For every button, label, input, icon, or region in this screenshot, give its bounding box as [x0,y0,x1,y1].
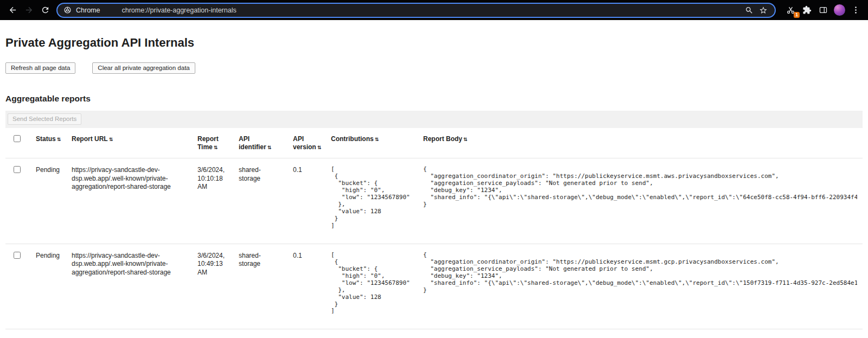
side-panel-icon[interactable] [815,2,831,18]
select-all-checkbox[interactable] [14,135,21,142]
cell-api-identifier: shared-storage [233,158,288,244]
cell-report-body: { "aggregation_coordinator_origin": "htt… [418,158,863,244]
search-icon[interactable] [742,3,756,17]
report-body-json: { "aggregation_coordinator_origin": "htt… [423,252,857,294]
profile-avatar[interactable] [831,2,847,18]
chrome-logo-icon [63,6,72,14]
send-selected-reports-button[interactable]: Send Selected Reports [8,113,81,125]
cell-api-version: 0.1 [288,158,326,244]
sort-icon: ⇅ [463,137,468,142]
cell-contributions: [ { "bucket": { "high": "0", "low": "123… [326,158,418,244]
cell-status: Pending [30,244,66,329]
cell-report-url: https://privacy-sandcastle-dev-dsp.web.a… [66,158,192,244]
report-row: Pending https://privacy-sandcastle-dev-d… [5,158,863,244]
extension-action-icon[interactable]: 1 [782,2,799,18]
url-text: chrome://private-aggregation-internals [122,7,236,14]
browser-toolbar: Chrome chrome://private-aggregation-inte… [0,0,868,20]
row-checkbox[interactable] [14,252,21,259]
cell-status: Pending [30,158,66,244]
header-contributions[interactable]: Contributions⇅ [326,128,418,158]
sort-icon: ⇅ [317,145,322,150]
back-icon[interactable] [4,2,21,18]
header-api-identifier[interactable]: API identifier⇅ [233,128,288,158]
clear-all-private-aggregation-data-button[interactable]: Clear all private aggregation data [92,62,195,74]
sort-icon: ⇅ [57,137,61,142]
sort-icon: ⇅ [267,145,272,150]
table-header-row: Status⇅ Report URL⇅ Report Time⇅ API ide… [5,128,863,158]
extensions-puzzle-icon[interactable] [799,2,815,18]
report-body-json: { "aggregation_coordinator_origin": "htt… [423,166,857,208]
sort-icon: ⇅ [214,145,218,150]
reports-table: Status⇅ Report URL⇅ Report Time⇅ API ide… [5,128,863,329]
cell-report-body: { "aggregation_coordinator_origin": "htt… [418,244,863,329]
reload-icon[interactable] [37,2,53,18]
refresh-all-page-data-button[interactable]: Refresh all page data [5,62,75,74]
header-select-cell [5,128,30,158]
cell-report-time: 3/6/2024, 10:10:18 AM [192,158,233,244]
header-status-label: Status [36,135,56,143]
cell-api-version: 0.1 [288,244,326,329]
sort-icon: ⇅ [109,137,113,142]
header-report-body[interactable]: Report Body⇅ [418,128,863,158]
header-report-time[interactable]: Report Time⇅ [192,128,233,158]
site-chip-label: Chrome [76,7,100,14]
header-api-version[interactable]: API version⇅ [288,128,326,158]
cell-api-identifier: shared-storage [233,244,288,329]
address-bar[interactable]: Chrome chrome://private-aggregation-inte… [56,3,776,18]
header-report-body-label: Report Body [423,135,462,143]
header-api-identifier-label: API identifier [239,135,266,151]
cell-select [5,244,30,329]
bookmark-star-icon[interactable] [756,3,770,17]
header-report-url-label: Report URL [72,135,108,143]
avatar-image [834,4,845,16]
contributions-json: [ { "bucket": { "high": "0", "low": "123… [331,252,412,315]
header-api-version-label: API version [293,135,316,151]
table-action-bar: Send Selected Reports [5,111,863,128]
aggregatable-reports-heading: Aggregatable reports [5,94,863,104]
header-report-url[interactable]: Report URL⇅ [66,128,192,158]
cell-contributions: [ { "bucket": { "high": "0", "low": "123… [326,244,418,329]
report-row: Pending https://privacy-sandcastle-dev-d… [5,244,863,329]
cell-select [5,158,30,244]
cell-report-url: https://privacy-sandcastle-dev-dsp.web.a… [66,244,192,329]
header-status[interactable]: Status⇅ [30,128,66,158]
sort-icon: ⇅ [375,137,379,142]
top-actions: Refresh all page data Clear all private … [5,62,863,74]
menu-dots-icon[interactable] [847,2,864,18]
contributions-json: [ { "bucket": { "high": "0", "low": "123… [331,166,412,229]
page-content: Private Aggregation API Internals Refres… [0,36,868,329]
cell-report-time: 3/6/2024, 10:49:13 AM [192,244,233,329]
page-title: Private Aggregation API Internals [5,36,863,50]
forward-icon[interactable] [21,2,37,18]
header-contributions-label: Contributions [331,135,374,143]
row-checkbox[interactable] [14,166,21,173]
